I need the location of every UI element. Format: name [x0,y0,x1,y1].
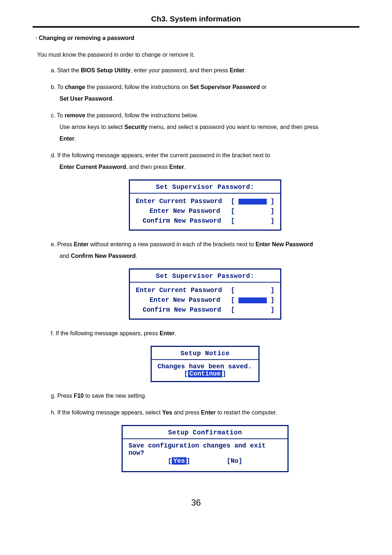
confirmation-text: Save configuration changes and exit now? [128,442,282,457]
setup-confirmation-dialog: Setup Confirmation Save configuration ch… [122,425,289,472]
current-password-input[interactable]: [] [231,197,274,206]
enter-current-password-row: Enter Current Password [] [136,197,274,206]
current-password-input[interactable]: [] [231,285,274,295]
step-c: c. To remove the password, follow the in… [51,110,359,145]
step-b: b. To change the password, follow the in… [51,81,359,105]
step-a: a. Start the BIOS Setup Utility, enter y… [51,65,359,76]
intro-text: You must know the password in order to c… [33,52,359,58]
page-number: 36 [33,498,359,508]
chapter-rule [33,26,359,28]
step-d: d. If the following message appears, ent… [51,150,359,173]
enter-new-password-row: Enter New Password [] [136,206,274,216]
dialog-title: Setup Notice [152,347,258,359]
new-password-input[interactable]: [] [231,295,274,305]
new-password-input[interactable]: [] [231,206,274,216]
confirm-new-password-row: Confirm New Password [] [136,216,274,226]
enter-current-password-row: Enter Current Password [] [136,285,274,295]
step-h: h. If the following message appears, sel… [51,407,359,418]
notice-text: Changes have been saved. [158,363,253,370]
confirm-password-input[interactable]: [] [231,305,274,315]
continue-button[interactable]: [Continue] [158,370,253,377]
section-heading: · Changing or removing a password [33,35,359,41]
set-supervisor-password-dialog-2: Set Supervisor Password: Enter Current P… [129,268,281,320]
set-supervisor-password-dialog-1: Set Supervisor Password: Enter Current P… [129,179,281,231]
step-g: g. Press F10 to save the new setting. [51,390,359,402]
step-f: f. If the following message appears, pre… [51,328,359,339]
confirm-password-input[interactable]: [] [231,216,274,226]
no-button[interactable]: [No] [226,457,242,465]
enter-new-password-row: Enter New Password [] [136,295,274,305]
yes-button[interactable]: [Yes] [168,457,190,465]
dialog-title: Set Supervisor Password: [130,270,280,282]
confirm-new-password-row: Confirm New Password [] [136,305,274,315]
chapter-title: Ch3. System information [33,15,359,26]
step-e: e. Press Enter without entering a new pa… [51,239,359,262]
dialog-title: Set Supervisor Password: [130,181,280,193]
setup-notice-dialog: Setup Notice Changes have been saved. [C… [151,346,260,382]
dialog-title: Setup Confirmation [123,426,287,438]
